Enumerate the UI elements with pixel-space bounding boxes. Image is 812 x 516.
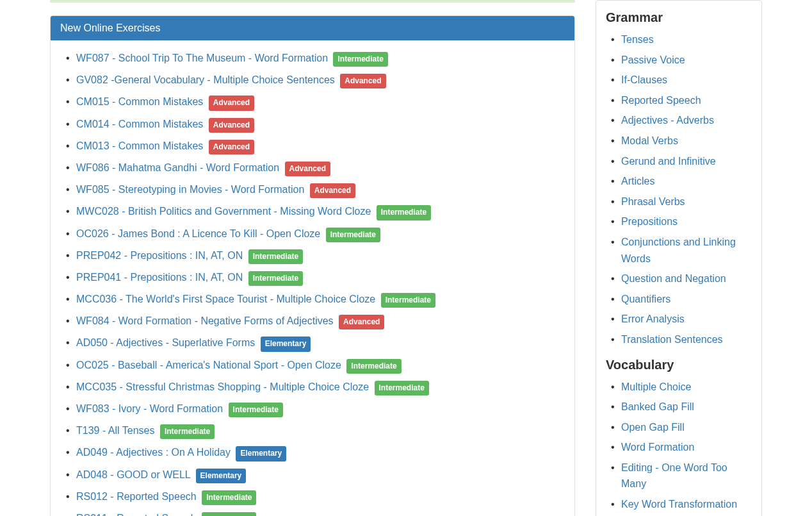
exercise-link[interactable]: AD050 - Adjectives - Superlative Forms xyxy=(76,337,255,348)
sidebar-link[interactable]: Quantifiers xyxy=(621,294,670,304)
exercise-link[interactable]: MWC028 - British Politics and Government… xyxy=(76,206,371,217)
exercise-item: RS011 - Reported Speech Intermediate xyxy=(63,510,562,516)
sidebar-link[interactable]: Adjectives - Adverbs xyxy=(621,115,714,126)
level-badge: Elementary xyxy=(196,469,247,483)
level-badge: Elementary xyxy=(236,446,286,461)
level-badge: Intermediate xyxy=(381,293,435,308)
sidebar-link[interactable]: Word Formation xyxy=(621,442,694,453)
sidebar-item: Phrasal Verbs xyxy=(606,194,752,210)
exercise-item: OC025 - Baseball - America's National Sp… xyxy=(63,357,562,374)
exercise-link[interactable]: WF085 - Stereotyping in Movies - Word Fo… xyxy=(76,184,304,195)
sidebar-link[interactable]: Phrasal Verbs xyxy=(621,196,685,207)
exercise-link[interactable]: AD048 - GOOD or WELL xyxy=(76,469,190,480)
sidebar-link[interactable]: Prepositions xyxy=(621,216,678,227)
panel-title: New Online Exercises xyxy=(60,22,161,33)
exercise-link[interactable]: CM015 - Common Mistakes xyxy=(76,96,203,107)
level-badge: Intermediate xyxy=(375,381,429,395)
sidebar-link[interactable]: Articles xyxy=(621,176,654,187)
exercise-item: WF084 - Word Formation - Negative Forms … xyxy=(63,313,562,329)
level-badge: Advanced xyxy=(285,162,330,176)
exercise-link[interactable]: RS012 - Reported Speech xyxy=(76,491,197,502)
level-badge: Intermediate xyxy=(346,359,401,374)
sidebar-link[interactable]: Open Gap Fill xyxy=(621,422,685,433)
exercise-link[interactable]: CM013 - Common Mistakes xyxy=(76,140,203,151)
level-badge: Intermediate xyxy=(202,490,256,505)
exercise-item: WF086 - Mahatma Gandhi - Word Formation … xyxy=(63,160,562,176)
sidebar-link[interactable]: Translation Sentences xyxy=(621,334,723,345)
sidebar-item: Passive Voice xyxy=(606,52,752,69)
exercise-item: PREP042 - Prepositions : IN, AT, ON Inte… xyxy=(63,247,562,264)
exercise-item: AD048 - GOOD or WELL Elementary xyxy=(63,467,562,483)
sidebar-item: Word Formation xyxy=(606,439,752,456)
exercise-item: MCC035 - Stressful Christmas Shopping - … xyxy=(63,379,562,395)
sidebar-link[interactable]: Tenses xyxy=(621,34,654,45)
sidebar-item: Gerund and Infinitive xyxy=(606,153,752,170)
exercise-item: CM014 - Common Mistakes Advanced xyxy=(63,116,562,133)
exercise-link[interactable]: WF087 - School Trip To The Museum - Word… xyxy=(76,53,328,63)
exercise-item: T139 - All Tenses Intermediate xyxy=(63,422,562,439)
sidebar-link[interactable]: Key Word Transformation xyxy=(621,499,737,510)
level-badge: Elementary xyxy=(261,337,311,351)
exercise-link[interactable]: OC025 - Baseball - America's National Sp… xyxy=(76,360,341,370)
sidebar-link[interactable]: Multiple Choice xyxy=(621,381,691,392)
exercise-link[interactable]: OC026 - James Bond : A Licence To Kill -… xyxy=(76,228,320,239)
exercise-link[interactable]: WF086 - Mahatma Gandhi - Word Formation xyxy=(76,162,279,173)
grammar-heading: Grammar xyxy=(606,10,752,25)
exercise-link[interactable]: PREP041 - Prepositions : IN, AT, ON xyxy=(76,272,243,283)
level-badge: Intermediate xyxy=(377,205,431,220)
sidebar-item: If-Clauses xyxy=(606,72,752,88)
sidebar-item: Quantifiers xyxy=(606,291,752,308)
sidebar-link[interactable]: Modal Verbs xyxy=(621,135,678,146)
sidebar-item: Banked Gap Fill xyxy=(606,399,752,415)
sidebar-item: Adjectives - Adverbs xyxy=(606,112,752,129)
vocabulary-heading: Vocabulary xyxy=(606,358,752,372)
sidebar-item: Error Analysis xyxy=(606,311,752,328)
sidebar-link[interactable]: Banked Gap Fill xyxy=(621,401,694,412)
level-badge: Advanced xyxy=(339,315,384,329)
sidebar-item: Reported Speech xyxy=(606,92,752,109)
sidebar-item: Translation Sentences xyxy=(606,331,752,348)
exercise-item: MCC036 - The World's First Space Tourist… xyxy=(63,291,562,308)
exercise-item: OC026 - James Bond : A Licence To Kill -… xyxy=(63,226,562,242)
exercise-link[interactable]: RS011 - Reported Speech xyxy=(76,513,197,516)
exercise-link[interactable]: WF084 - Word Formation - Negative Forms … xyxy=(76,315,334,326)
level-badge: Advanced xyxy=(340,74,386,88)
exercise-link[interactable]: MCC035 - Stressful Christmas Shopping - … xyxy=(76,381,369,392)
level-badge: Intermediate xyxy=(333,52,387,67)
sidebar-link[interactable]: Conjunctions and Linking Words xyxy=(621,237,736,264)
level-badge: Advanced xyxy=(209,140,254,154)
sidebar-link[interactable]: Reported Speech xyxy=(621,95,701,106)
exercise-link[interactable]: MCC036 - The World's First Space Tourist… xyxy=(76,294,375,304)
exercise-link[interactable]: PREP042 - Prepositions : IN, AT, ON xyxy=(76,250,243,261)
panel-header: New Online Exercises xyxy=(51,16,574,40)
sidebar-box-topics: Grammar TensesPassive VoiceIf-ClausesRep… xyxy=(596,0,762,516)
exercise-item: GV082 -General Vocabulary - Multiple Cho… xyxy=(63,72,562,88)
sidebar-item: Prepositions xyxy=(606,213,752,230)
sidebar-item: Articles xyxy=(606,173,752,190)
sidebar-link[interactable]: Error Analysis xyxy=(621,313,685,324)
exercise-item: CM015 - Common Mistakes Advanced xyxy=(63,94,562,110)
exercise-item: RS012 - Reported Speech Intermediate xyxy=(63,488,562,505)
level-badge: Advanced xyxy=(310,183,355,198)
level-badge: Advanced xyxy=(209,96,254,110)
sidebar-item: Question and Negation xyxy=(606,270,752,287)
sidebar-item: Conjunctions and Linking Words xyxy=(606,234,752,267)
exercise-link[interactable]: CM014 - Common Mistakes xyxy=(76,119,203,129)
sidebar-link[interactable]: Editing - One Word Too Many xyxy=(621,462,727,490)
sidebar-link[interactable]: Question and Negation xyxy=(621,273,726,284)
exercise-link[interactable]: GV082 -General Vocabulary - Multiple Cho… xyxy=(76,74,335,85)
vocabulary-list: Multiple ChoiceBanked Gap FillOpen Gap F… xyxy=(606,379,752,517)
exercise-link[interactable]: AD049 - Adjectives : On A Holiday xyxy=(76,447,231,458)
exercise-item: CM013 - Common Mistakes Advanced xyxy=(63,138,562,154)
level-badge: Intermediate xyxy=(229,403,283,417)
top-alert-remnant xyxy=(50,0,575,3)
exercise-link[interactable]: WF083 - Ivory - Word Formation xyxy=(76,403,223,414)
sidebar-link[interactable]: If-Clauses xyxy=(621,74,667,85)
sidebar-link[interactable]: Passive Voice xyxy=(621,54,685,65)
panel-body: WF087 - School Trip To The Museum - Word… xyxy=(51,40,574,516)
exercise-item: WF083 - Ivory - Word Formation Intermedi… xyxy=(63,401,562,417)
exercise-link[interactable]: T139 - All Tenses xyxy=(76,425,154,436)
sidebar-link[interactable]: Gerund and Infinitive xyxy=(621,156,716,167)
sidebar-item: Tenses xyxy=(606,31,752,48)
exercise-list: WF087 - School Trip To The Museum - Word… xyxy=(63,50,562,516)
